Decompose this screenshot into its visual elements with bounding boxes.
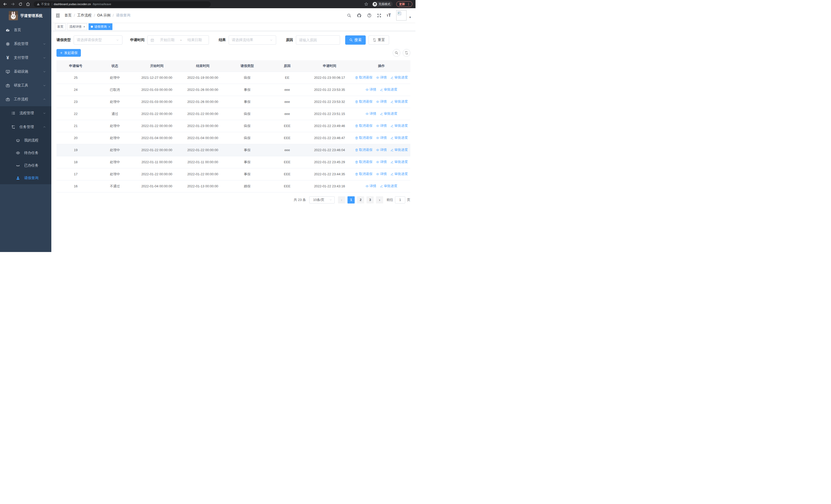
- create-leave-label: 发起请假: [64, 51, 78, 55]
- help-icon[interactable]: [367, 13, 372, 18]
- detail-link[interactable]: 详情: [376, 148, 387, 152]
- browser-update-chip[interactable]: 更新 ⋮: [396, 1, 412, 7]
- sidebar-item-devtools[interactable]: 研发工具: [0, 79, 51, 92]
- next-page-button[interactable]: ›: [376, 196, 383, 204]
- goto-page-input[interactable]: [395, 196, 405, 204]
- create-leave-button[interactable]: 发起请假: [56, 49, 81, 57]
- close-icon[interactable]: ×: [108, 25, 110, 28]
- face-icon: [16, 138, 21, 142]
- progress-link[interactable]: 审批进度: [390, 159, 408, 164]
- sidebar-item-leave-query[interactable]: 请假查询: [0, 172, 51, 184]
- progress-link[interactable]: 审批进度: [380, 111, 397, 116]
- sidebar-item-todo-task[interactable]: 待办任务: [0, 147, 51, 159]
- sidebar-item-workflow[interactable]: 工作流程: [0, 92, 51, 106]
- browser-back-icon[interactable]: [3, 2, 7, 6]
- cancel-leave-link[interactable]: 取消请假: [355, 123, 372, 128]
- flow-icon: [11, 125, 16, 129]
- reason-input[interactable]: [299, 38, 337, 42]
- detail-link[interactable]: 详情: [366, 184, 376, 188]
- tag-label: 流程详情: [69, 25, 82, 29]
- result-select[interactable]: 请选择流结果: [229, 35, 276, 45]
- progress-link[interactable]: 审批进度: [380, 87, 397, 92]
- trash-icon: [355, 124, 358, 127]
- select-placeholder: 请选择流结果: [232, 38, 269, 42]
- page-button-1[interactable]: 1: [347, 196, 355, 204]
- github-icon[interactable]: [357, 13, 362, 18]
- detail-link[interactable]: 详情: [366, 87, 376, 92]
- progress-link[interactable]: 审批进度: [390, 148, 408, 152]
- update-label[interactable]: 更新: [399, 2, 405, 6]
- leave-type-select[interactable]: 请选择请假类型: [74, 35, 122, 45]
- breadcrumb-home[interactable]: 首页: [64, 13, 71, 18]
- eye-icon: [376, 100, 379, 103]
- font-size-icon[interactable]: TT: [387, 13, 391, 18]
- address-bar[interactable]: 不安全 dashboard.yudao.iocoder.cn/bpm/oa/le…: [34, 1, 211, 7]
- toggle-search-button[interactable]: [393, 49, 400, 57]
- avatar[interactable]: [396, 10, 406, 21]
- page-button-2[interactable]: 2: [357, 196, 364, 204]
- eye-icon: [376, 160, 379, 164]
- page-button-3[interactable]: 3: [367, 196, 374, 204]
- detail-link[interactable]: 详情: [376, 159, 387, 164]
- app-logo[interactable]: 芋道管理系统: [0, 8, 51, 23]
- progress-link[interactable]: 审批进度: [380, 184, 397, 188]
- breadcrumb-separator: /: [113, 13, 114, 18]
- header-search-icon[interactable]: [347, 13, 351, 18]
- progress-link[interactable]: 审批进度: [390, 75, 408, 80]
- cancel-leave-link[interactable]: 取消请假: [355, 99, 372, 104]
- top-navbar: 首页 / 工作流程 / OA 示例 / 请假查询 TT ▼: [51, 8, 416, 23]
- prev-page-button[interactable]: ‹: [338, 196, 345, 204]
- browser-home-icon[interactable]: [26, 2, 30, 6]
- browser-forward-icon[interactable]: [11, 2, 15, 6]
- apply-time-range-picker[interactable]: 开始日期 - 结束日期: [147, 35, 209, 45]
- breadcrumb-oa[interactable]: OA 示例: [97, 13, 110, 18]
- progress-link[interactable]: 审批进度: [390, 136, 408, 140]
- sidebar-item-infra[interactable]: 基础设施: [0, 65, 51, 79]
- progress-link[interactable]: 审批进度: [390, 172, 408, 176]
- refresh-table-button[interactable]: [403, 49, 410, 57]
- sidebar-item-home[interactable]: 首页: [0, 23, 51, 37]
- cancel-leave-link[interactable]: 取消请假: [355, 159, 372, 164]
- search-button[interactable]: 搜索: [345, 35, 366, 45]
- page-size-select[interactable]: 10条/页: [309, 196, 335, 204]
- sidebar-item-system[interactable]: 系统管理: [0, 37, 51, 51]
- detail-link[interactable]: 详情: [376, 99, 387, 104]
- site-security[interactable]: 不安全: [37, 2, 50, 6]
- sidebar-item-task-mgmt[interactable]: 任务管理: [0, 120, 51, 134]
- collapse-sidebar-icon[interactable]: [55, 13, 60, 18]
- detail-link[interactable]: 详情: [376, 172, 387, 176]
- tag-home[interactable]: 首页: [55, 23, 66, 30]
- detail-link[interactable]: 详情: [376, 75, 387, 80]
- progress-link[interactable]: 审批进度: [390, 99, 408, 104]
- cancel-leave-link[interactable]: 取消请假: [355, 172, 372, 176]
- sidebar-item-done-task[interactable]: 已办任务: [0, 159, 51, 172]
- progress-link[interactable]: 审批进度: [390, 123, 408, 128]
- bookmark-star-icon[interactable]: [364, 2, 368, 6]
- detail-link[interactable]: 详情: [376, 123, 387, 128]
- browser-reload-icon[interactable]: [19, 2, 22, 6]
- sidebar-item-payment[interactable]: ¥ 支付管理: [0, 51, 51, 65]
- close-icon[interactable]: ×: [83, 25, 85, 28]
- fullscreen-icon[interactable]: [377, 13, 381, 18]
- chevron-up-icon: [42, 125, 46, 129]
- detail-link[interactable]: 详情: [376, 136, 387, 140]
- pen-icon: [380, 88, 383, 91]
- search-button-label: 搜索: [354, 38, 362, 42]
- reset-button[interactable]: 重置: [369, 35, 389, 45]
- sidebar-item-label: 系统管理: [14, 41, 28, 46]
- table-row: 21 处理中 2022-01-22 00:00:00 2022-01-23 00…: [56, 120, 410, 132]
- tag-leave-query[interactable]: 请假查询 ×: [89, 23, 112, 30]
- sidebar-item-my-process[interactable]: 我的流程: [0, 134, 51, 147]
- cancel-leave-link[interactable]: 取消请假: [355, 136, 372, 140]
- cancel-leave-link[interactable]: 取消请假: [355, 75, 372, 80]
- tag-process-detail[interactable]: 流程详情 ×: [67, 23, 87, 30]
- cancel-leave-link[interactable]: 取消请假: [355, 148, 372, 152]
- detail-link[interactable]: 详情: [366, 111, 376, 116]
- sidebar-item-process-mgmt[interactable]: 流程管理: [0, 106, 51, 120]
- chevron-down-icon: [329, 198, 332, 202]
- breadcrumb-workflow[interactable]: 工作流程: [77, 13, 92, 18]
- search-icon: [395, 51, 398, 55]
- result-label: 结果: [219, 38, 226, 42]
- browser-menu-icon[interactable]: ⋮: [407, 2, 410, 6]
- user-menu-caret-icon[interactable]: ▼: [409, 16, 411, 19]
